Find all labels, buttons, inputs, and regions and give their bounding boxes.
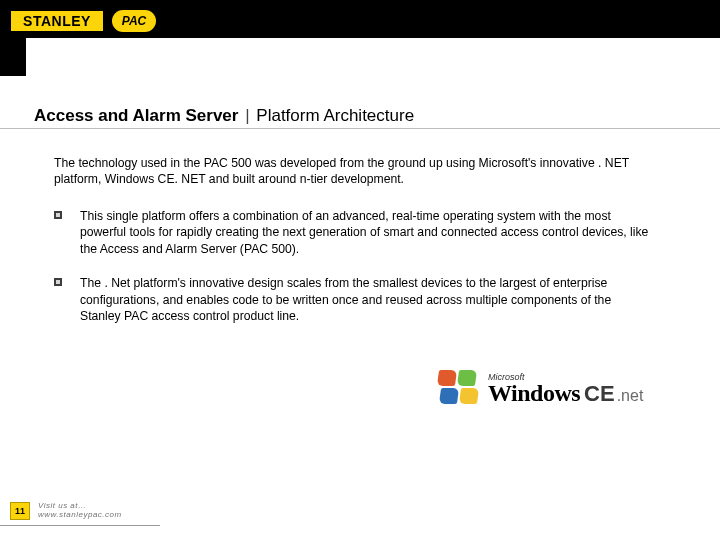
pac-logo-text: PAC [122,14,146,28]
title-underline [0,128,720,129]
slide-title: Access and Alarm Server | Platform Archi… [34,106,414,126]
list-item: This single platform offers a combinatio… [54,208,654,257]
list-item: The . Net platform's innovative design s… [54,275,654,324]
header-black-bar [0,0,720,38]
footer-rule [0,525,160,526]
title-subtitle: Platform Architecture [256,106,414,125]
intro-paragraph: The technology used in the PAC 500 was d… [54,155,654,188]
title-separator: | [245,106,249,125]
pac-logo-badge: PAC [112,10,156,32]
ce-word: CE [584,381,615,407]
windows-logo-text: Microsoft Windows CE .net [488,372,643,407]
bullet-list: This single platform offers a combinatio… [54,208,654,343]
bullet-icon [54,211,62,219]
bullet-text: This single platform offers a combinatio… [80,208,654,257]
slide-footer: 11 Visit us at… www.stanleypac.com [10,502,122,520]
stanley-logo-badge: STANLEY [10,10,104,32]
stanley-logo-text: STANLEY [23,13,91,29]
windows-flag-icon [438,370,480,408]
windows-word: Windows [488,380,580,407]
footer-visit: Visit us at… www.stanleypac.com [38,502,122,520]
bullet-text: The . Net platform's innovative design s… [80,275,654,324]
bullet-icon [54,278,62,286]
page-number: 11 [15,506,25,516]
title-main: Access and Alarm Server [34,106,238,125]
net-word: .net [617,387,644,405]
page-number-badge: 11 [10,502,30,520]
visit-url: www.stanleypac.com [38,511,122,520]
windows-ce-logo: Microsoft Windows CE .net [438,370,688,408]
